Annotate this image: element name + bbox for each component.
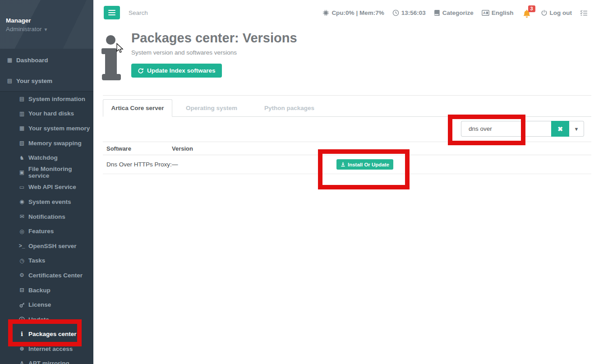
sidebar-item-label: Your hard disks bbox=[28, 110, 74, 117]
refresh-icon bbox=[138, 68, 144, 74]
tab-artica-core-server[interactable]: Artica Core server bbox=[103, 99, 172, 117]
memory-icon: ▦ bbox=[18, 125, 26, 131]
clock-widget: 13:56:03 bbox=[392, 9, 426, 16]
sidebar-item-your-system[interactable]: ▤Your system bbox=[0, 70, 93, 91]
swap-icon: ▧ bbox=[18, 140, 26, 146]
dashboard-icon: ▦ bbox=[6, 57, 14, 63]
search-options-dropdown[interactable]: ▼ bbox=[569, 121, 584, 137]
language-button[interactable]: A English bbox=[482, 9, 514, 16]
user-name: Manager bbox=[6, 17, 31, 24]
sidebar-item-label: Notifications bbox=[28, 213, 65, 220]
svg-text:A: A bbox=[483, 11, 486, 15]
annotation-box-packages-center bbox=[8, 319, 82, 346]
window-icon: ▭ bbox=[18, 184, 26, 190]
sidebar-item-your-hard-disks[interactable]: ▥Your hard disks bbox=[0, 106, 93, 121]
sidebar-item-label: Internet access bbox=[28, 346, 73, 352]
server-icon: ▤ bbox=[6, 78, 14, 84]
sidebar-item-your-system-memory[interactable]: ▦Your system memory bbox=[0, 121, 93, 136]
sidebar-item-label: System information bbox=[28, 96, 85, 102]
server-icon: ▤ bbox=[18, 96, 26, 102]
mouse-cursor bbox=[115, 43, 124, 55]
sidebar-item-label: Memory swapping bbox=[28, 140, 82, 147]
sidebar-item-label: Tasks bbox=[28, 257, 45, 264]
sidebar-item-apt-mirroring[interactable]: ΛAPT mirroring bbox=[0, 356, 93, 364]
sidebar-item-tasks[interactable]: ◷Tasks bbox=[0, 253, 93, 268]
envelope-icon: ✉ bbox=[18, 213, 26, 220]
annotation-box-search bbox=[448, 115, 525, 145]
archive-icon: ⊟ bbox=[18, 287, 26, 293]
sidebar-item-label: APT mirroring bbox=[28, 360, 69, 364]
globe-icon: ⊕ bbox=[18, 346, 26, 352]
main-content: Packages center: Versions System version… bbox=[93, 26, 594, 364]
sidebar-item-label: License bbox=[28, 301, 51, 308]
sidebar-item-features[interactable]: ◎Features bbox=[0, 224, 93, 239]
sidebar-item-certificates-center[interactable]: ⚙Certificates Center bbox=[0, 268, 93, 283]
cpu-icon bbox=[322, 9, 329, 16]
sidebar-item-label: Features bbox=[28, 228, 54, 235]
file-monitor-icon: ▣ bbox=[18, 169, 26, 175]
user-role-dropdown[interactable]: Administrator▼ bbox=[6, 26, 48, 32]
user-panel: Manager Administrator▼ bbox=[0, 0, 93, 49]
sidebar-item-license[interactable]: License bbox=[0, 297, 93, 312]
target-icon: ◎ bbox=[18, 228, 26, 235]
logout-button[interactable]: Log out bbox=[541, 9, 572, 16]
eye-icon: ◉ bbox=[18, 198, 26, 205]
key-icon bbox=[18, 302, 26, 308]
update-index-button[interactable]: Update Index softwares bbox=[131, 64, 222, 78]
sidebar-item-label: Your system bbox=[16, 78, 52, 84]
topbar-right: Cpu:0% | Mem:7% 13:56:03 Categorize A En… bbox=[322, 0, 588, 26]
sidebar-item-backup[interactable]: ⊟Backup bbox=[0, 283, 93, 298]
annotation-box-install-button bbox=[318, 149, 410, 189]
checklist-icon bbox=[580, 9, 588, 16]
tab-python-packages[interactable]: Python packages bbox=[251, 99, 328, 116]
notification-count-badge: 3 bbox=[528, 5, 535, 12]
terminal-icon: >_ bbox=[18, 243, 26, 249]
sidebar-item-label: Web API Service bbox=[28, 184, 76, 190]
sidebar: Manager Administrator▼ ▦Dashboard▤Your s… bbox=[0, 0, 93, 364]
search-input[interactable] bbox=[129, 6, 264, 19]
sidebar-item-label: Certificates Center bbox=[28, 272, 83, 279]
sidebar-item-label: System events bbox=[28, 198, 71, 205]
apt-icon: Λ bbox=[18, 360, 26, 364]
sidebar-item-system-information[interactable]: ▤System information bbox=[0, 92, 93, 106]
chevron-down-icon: ▼ bbox=[574, 126, 579, 132]
version-cell: — bbox=[172, 161, 178, 168]
clear-x-icon: ✖ bbox=[557, 125, 563, 133]
sidebar-item-label: Watchdog bbox=[28, 154, 58, 161]
column-header-version: Version bbox=[172, 145, 193, 152]
clear-search-button[interactable]: ✖ bbox=[551, 121, 569, 137]
tab-operating-system[interactable]: Operating system bbox=[172, 99, 251, 116]
sidebar-item-label: OpenSSH server bbox=[28, 243, 77, 249]
sidebar-item-system-events[interactable]: ◉System events bbox=[0, 194, 93, 209]
user-role-label: Administrator bbox=[6, 26, 42, 32]
sidebar-item-watchdog[interactable]: ♞Watchdog bbox=[0, 150, 93, 165]
sidebar-item-memory-swapping[interactable]: ▧Memory swapping bbox=[0, 136, 93, 151]
sidebar-item-label: Backup bbox=[28, 287, 51, 294]
cpu-mem-text: Cpu:0% | Mem:7% bbox=[332, 9, 384, 16]
notifications-bell[interactable]: 3 bbox=[522, 7, 533, 19]
sidebar-item-notifications[interactable]: ✉Notifications bbox=[0, 209, 93, 224]
dog-icon: ♞ bbox=[18, 155, 26, 161]
sidebar-item-openssh-server[interactable]: >_OpenSSH server bbox=[0, 239, 93, 253]
sidebar-item-web-api-service[interactable]: ▭Web API Service bbox=[0, 180, 93, 195]
clock-icon bbox=[392, 9, 399, 16]
tasks-list-button[interactable] bbox=[580, 9, 588, 16]
sidebar-item-label: Dashboard bbox=[16, 57, 48, 64]
topbar: Cpu:0% | Mem:7% 13:56:03 Categorize A En… bbox=[93, 0, 594, 26]
hamburger-icon bbox=[108, 10, 115, 11]
page-title: Packages center: Versions bbox=[131, 31, 297, 46]
menu-toggle-button[interactable] bbox=[104, 6, 120, 19]
sidebar-item-label: Your system memory bbox=[28, 125, 90, 132]
chevron-down-icon: ▼ bbox=[44, 27, 48, 32]
divider bbox=[103, 95, 591, 96]
software-name-cell: Dns Over HTTPs Proxy: bbox=[103, 161, 172, 168]
system-stats: Cpu:0% | Mem:7% bbox=[322, 9, 384, 16]
power-icon bbox=[541, 9, 548, 16]
translate-icon: A bbox=[482, 10, 489, 16]
sidebar-item-file-monitoring-service[interactable]: ▣File Monitoring service bbox=[0, 165, 93, 180]
sidebar-main-menu: ▦Dashboard▤Your system bbox=[0, 49, 93, 91]
sidebar-item-dashboard[interactable]: ▦Dashboard bbox=[0, 50, 93, 70]
hdd-icon: ▥ bbox=[18, 111, 26, 117]
book-icon bbox=[434, 9, 440, 16]
categorize-button[interactable]: Categorize bbox=[434, 9, 474, 16]
